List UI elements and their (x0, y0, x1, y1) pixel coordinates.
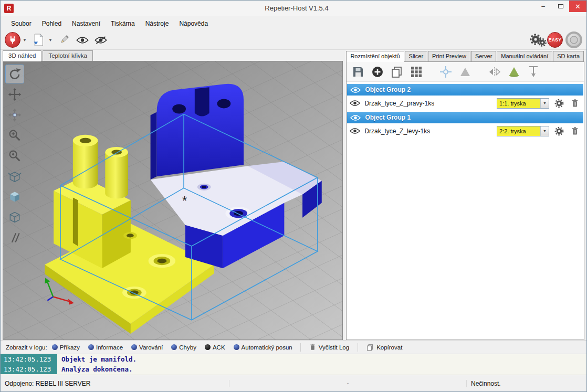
easy-mode-button[interactable]: EASY (547, 32, 563, 48)
chevron-down-icon[interactable]: ▼ (540, 126, 549, 136)
visibility-eye-icon[interactable] (350, 128, 360, 134)
tab-manual-control[interactable]: Manuální ovládání (497, 51, 552, 61)
move-view-button[interactable] (5, 85, 24, 104)
toggle-commands[interactable]: Příkazy (48, 343, 83, 352)
main-area: 3D náhled Teplotní křivka (1, 50, 586, 340)
title-bar: R Repetier-Host V1.5.4 – ✕ (1, 1, 586, 16)
view-iso-button[interactable] (5, 187, 24, 206)
connect-button[interactable] (5, 32, 20, 48)
copy-object-button[interactable] (390, 65, 404, 79)
edit-button[interactable] (56, 32, 72, 48)
extruder-select[interactable]: 1:1. tryska ▼ (497, 98, 549, 109)
settings-button[interactable] (529, 32, 544, 48)
log-timestamp: 13:42:05.123 (1, 364, 57, 374)
view-tab-strip: 3D náhled Teplotní křivka (3, 50, 343, 61)
toggle-errors[interactable]: Chyby (167, 343, 200, 352)
object-settings-button[interactable] (553, 125, 565, 137)
close-button[interactable]: ✕ (569, 1, 586, 12)
view-wire-button[interactable] (5, 208, 24, 227)
tab-server[interactable]: Server (471, 51, 496, 61)
minimize-button[interactable]: – (534, 1, 552, 12)
save-stl-button[interactable] (351, 65, 365, 79)
group-visibility-eye-icon[interactable] (350, 87, 361, 93)
clear-log-button[interactable]: Vyčistit Log (305, 342, 353, 353)
tab-sd-card[interactable]: SD karta (553, 51, 584, 61)
object-group-header[interactable]: Object Group 2 (347, 84, 583, 96)
object-row[interactable]: Drzak_tyce_Z_pravy-1ks 1:1. tryska ▼ (347, 96, 584, 111)
measure-plumb-icon (527, 66, 540, 78)
pencil-icon (58, 34, 70, 46)
zoom-fit-icon (8, 149, 22, 163)
load-file-icon (33, 33, 44, 47)
connect-dropdown-arrow[interactable]: ▼ (22, 38, 28, 43)
rotate-view-button[interactable] (5, 65, 24, 83)
open-box-icon (8, 169, 22, 183)
eye-icon (76, 36, 89, 44)
load-button[interactable] (30, 32, 46, 48)
log-row: 13:42:05.123 Analýza dokončena. (1, 364, 586, 374)
object-settings-button[interactable] (553, 98, 565, 109)
visibility-eye-icon[interactable] (350, 100, 360, 107)
show-filament-button[interactable] (75, 32, 90, 48)
center-object-button[interactable] (438, 65, 453, 79)
chevron-down-icon[interactable]: ▼ (540, 99, 549, 108)
wire-cube-icon (8, 210, 22, 224)
center-crosshair-icon (439, 66, 452, 78)
emergency-stop-button[interactable] (565, 31, 582, 48)
perspective-toggle-button[interactable] (5, 228, 24, 247)
mirror-icon (488, 66, 501, 78)
menu-nastroje[interactable]: Nástroje (140, 17, 174, 30)
toggle-ack[interactable]: ACK (201, 343, 229, 352)
tab-slicer[interactable]: Slicer (405, 51, 428, 61)
toggle-label: ACK (213, 344, 225, 351)
menu-napoveda[interactable]: Nápověda (174, 17, 213, 30)
delete-object-button[interactable] (569, 125, 581, 137)
menu-soubor[interactable]: Soubor (6, 17, 37, 30)
delete-object-button[interactable] (569, 98, 581, 109)
object-row[interactable]: Drzak_tyce_Z_levy-1ks 2:2. tryska ▼ (347, 123, 584, 139)
tab-temperature-curve[interactable]: Teplotní křivka (43, 50, 93, 61)
solid-cube-icon (8, 190, 22, 204)
object-name: Drzak_tyce_Z_pravy-1ks (364, 100, 434, 107)
hide-travel-button[interactable] (93, 32, 109, 48)
add-object-button[interactable] (370, 65, 385, 79)
parallel-lines-icon (8, 231, 22, 245)
scale-object-button[interactable] (507, 65, 521, 79)
mirror-object-button[interactable] (487, 65, 502, 79)
zoom-in-icon (8, 129, 22, 142)
zoom-in-button[interactable] (5, 126, 24, 145)
copy-log-button[interactable]: Kopírovat (362, 342, 406, 353)
toggle-info[interactable]: Informace (85, 343, 127, 352)
view-front-button[interactable] (5, 167, 24, 186)
separator (300, 343, 301, 352)
toggle-label: Informace (96, 344, 123, 351)
menu-tiskarna[interactable]: Tiskárna (106, 17, 140, 30)
object-group-header[interactable]: Object Group 1 (347, 112, 583, 123)
autoposition-button[interactable] (409, 65, 424, 79)
zoom-fit-button[interactable] (5, 146, 24, 165)
group-visibility-eye-icon[interactable] (350, 114, 361, 121)
extruder-select[interactable]: 2:2. tryska ▼ (497, 126, 549, 136)
tab-3d-preview[interactable]: 3D náhled (3, 50, 41, 61)
toggle-label: Chyby (179, 344, 196, 351)
ack-ball-icon (205, 344, 211, 350)
log-timestamp: 13:42:05.123 (1, 354, 57, 364)
arrange-grid-icon (410, 66, 423, 78)
copy-log-label: Kopírovat (376, 344, 402, 351)
move-object-button[interactable] (5, 105, 24, 124)
tab-print-preview[interactable]: Print Preview (428, 51, 470, 61)
drop-object-button[interactable] (458, 65, 473, 79)
menu-nastaveni[interactable]: Nastavení (67, 17, 106, 30)
maximize-button[interactable] (552, 1, 569, 12)
warnings-ball-icon (131, 344, 137, 350)
3d-viewport[interactable]: * (3, 61, 343, 340)
toggle-autoscroll[interactable]: Automatický posun (230, 343, 296, 352)
menu-pohled[interactable]: Pohled (37, 17, 67, 30)
tab-object-placement[interactable]: Rozmístění objektů (346, 51, 404, 62)
toggle-warnings[interactable]: Varování (128, 343, 166, 352)
log-output[interactable]: 13:42:05.123 Objekt je manifold. 13:42:0… (1, 354, 586, 375)
app-logo-icon: R (4, 4, 14, 13)
copy-icon (391, 66, 403, 78)
cut-object-button[interactable] (526, 65, 541, 79)
load-dropdown-arrow[interactable]: ▼ (47, 38, 54, 43)
